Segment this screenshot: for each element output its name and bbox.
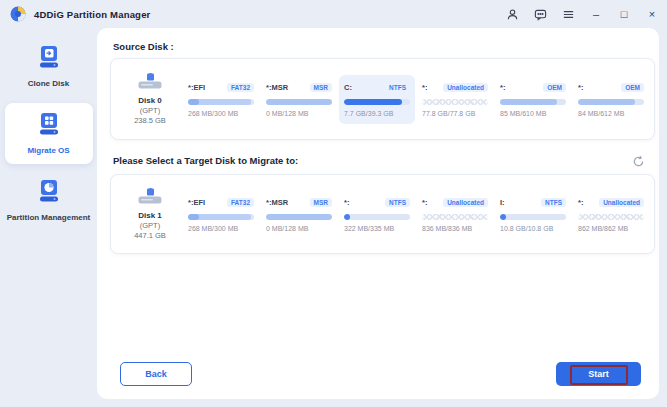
- partition-name: *:MSR: [266, 198, 288, 207]
- sidebar-item-clone-disk[interactable]: Clone Disk: [5, 36, 93, 97]
- refresh-icon[interactable]: [632, 154, 645, 167]
- disk-size: 447.1 GB: [134, 231, 166, 240]
- usage-bar: [500, 214, 566, 220]
- titlebar: 4DDiG Partition Manager – □ ×: [0, 0, 667, 28]
- filesystem-badge: NTFS: [385, 198, 410, 207]
- partition-name: C:: [344, 83, 352, 92]
- main-panel: Source Disk : Disk 0(GPT)238.5 GB*:EFIFA…: [97, 28, 659, 399]
- sidebar-item-label: Migrate OS: [27, 146, 69, 157]
- disk-scheme: (GPT): [140, 221, 160, 230]
- usage-bar: [266, 99, 332, 105]
- partition-name: *:: [578, 198, 583, 207]
- menu-icon[interactable]: [561, 7, 575, 21]
- source-partition-[interactable]: *:OEM84 MB/612 MB: [573, 75, 649, 124]
- source-disk-info: Disk 0(GPT)238.5 GB: [117, 73, 183, 125]
- filesystem-badge: FAT32: [227, 198, 254, 207]
- filesystem-badge: NTFS: [541, 198, 566, 207]
- filesystem-badge: Unallocated: [599, 198, 644, 207]
- usage-bar: [344, 214, 410, 220]
- filesystem-badge: MSR: [310, 198, 332, 207]
- partition-name: *:: [422, 83, 427, 92]
- partition-size: 10.8 GB/10.8 GB: [500, 225, 566, 232]
- partition-size: 77.8 GB/77.8 GB: [422, 110, 488, 117]
- partition-size: 84 MB/612 MB: [578, 110, 644, 117]
- partition-name: *:EFI: [188, 198, 205, 207]
- target-disk-header: Please Select a Target Disk to Migrate t…: [113, 155, 298, 166]
- partition-name: *:: [422, 198, 427, 207]
- feedback-icon[interactable]: [533, 7, 547, 21]
- source-disk-card: Disk 0(GPT)238.5 GB*:EFIFAT32268 MB/300 …: [110, 58, 655, 140]
- target-partitions: *:EFIFAT32268 MB/300 MB*:MSRMSR0 MB/128 …: [183, 175, 654, 253]
- partition-size: 836 MB/836 MB: [422, 225, 488, 232]
- source-partitions: *:EFIFAT32268 MB/300 MB*:MSRMSR0 MB/128 …: [183, 59, 654, 139]
- usage-bar: [578, 214, 644, 220]
- usage-bar: [344, 99, 410, 105]
- filesystem-badge: NTFS: [385, 83, 410, 92]
- source-partition-C[interactable]: C:NTFS7.7 GB/39.3 GB: [339, 75, 415, 124]
- disk-icon: [138, 73, 162, 94]
- partition-size: 0 MB/128 MB: [266, 225, 332, 232]
- sidebar-item-label: Partition Management: [7, 213, 91, 224]
- app-logo-icon: [10, 6, 26, 22]
- migrate-os-icon: [36, 111, 62, 141]
- usage-bar: [422, 99, 488, 105]
- partition-name: *:MSR: [266, 83, 288, 92]
- minimize-button[interactable]: –: [589, 7, 603, 21]
- source-disk-header: Source Disk :: [113, 41, 174, 52]
- source-partition-[interactable]: *:Unallocated77.8 GB/77.8 GB: [417, 75, 493, 124]
- sidebar-item-partition-management[interactable]: Partition Management: [5, 170, 93, 231]
- disk-icon: [138, 188, 162, 209]
- partition-name: *:: [500, 83, 505, 92]
- app-title: 4DDiG Partition Manager: [34, 9, 151, 20]
- filesystem-badge: MSR: [310, 83, 332, 92]
- sidebar-item-migrate-os[interactable]: Migrate OS: [5, 103, 93, 164]
- partition-size: 268 MB/300 MB: [188, 110, 254, 117]
- filesystem-badge: Unallocated: [443, 83, 488, 92]
- disk-scheme: (GPT): [140, 106, 160, 115]
- target-disk-info: Disk 1(GPT)447.1 GB: [117, 188, 183, 240]
- filesystem-badge: FAT32: [227, 83, 254, 92]
- app-window: 4DDiG Partition Manager – □ ×: [0, 0, 667, 407]
- source-partition-[interactable]: *:OEM: [651, 78, 654, 120]
- usage-bar: [266, 214, 332, 220]
- disk-name: Disk 1: [138, 211, 162, 220]
- partition-name: *:EFI: [188, 83, 205, 92]
- clone-disk-icon: [36, 44, 62, 74]
- partition-size: 7.7 GB/39.3 GB: [344, 110, 410, 117]
- close-button[interactable]: ×: [645, 7, 659, 21]
- target-partition-MSR[interactable]: *:MSRMSR0 MB/128 MB: [261, 190, 337, 239]
- target-disk-card: Disk 1(GPT)447.1 GB*:EFIFAT32268 MB/300 …: [110, 174, 655, 254]
- titlebar-controls: – □ ×: [505, 0, 659, 28]
- disk-size: 238.5 GB: [134, 116, 166, 125]
- account-icon[interactable]: [505, 7, 519, 21]
- partition-size: 268 MB/300 MB: [188, 225, 254, 232]
- maximize-button[interactable]: □: [617, 7, 631, 21]
- usage-bar: [422, 214, 488, 220]
- sidebar: Clone DiskMigrate OSPartition Management: [0, 28, 97, 407]
- partition-size: 85 MB/610 MB: [500, 110, 566, 117]
- target-partition-[interactable]: *:Unallocated862 MB/862 MB: [573, 190, 649, 239]
- partition-size: 0 MB/128 MB: [266, 110, 332, 117]
- filesystem-badge: OEM: [621, 83, 644, 92]
- disk-name: Disk 0: [138, 96, 162, 105]
- usage-bar: [578, 99, 644, 105]
- sidebar-item-label: Clone Disk: [28, 79, 69, 90]
- target-partition-[interactable]: *:Unallocated836 MB/836 MB: [417, 190, 493, 239]
- usage-bar: [500, 99, 566, 105]
- target-partition-EFI[interactable]: *:EFIFAT32268 MB/300 MB: [183, 190, 259, 239]
- target-partition-I[interactable]: I:NTFS10.8 GB/10.8 GB: [495, 190, 571, 239]
- source-partition-MSR[interactable]: *:MSRMSR0 MB/128 MB: [261, 75, 337, 124]
- usage-bar: [188, 99, 254, 105]
- partition-name: *:: [344, 198, 349, 207]
- target-partition-[interactable]: *:NTFS322 MB/335 MB: [339, 190, 415, 239]
- filesystem-badge: Unallocated: [443, 198, 488, 207]
- partition-size: 322 MB/335 MB: [344, 225, 410, 232]
- start-button[interactable]: Start: [556, 362, 641, 386]
- source-partition-[interactable]: *:OEM85 MB/610 MB: [495, 75, 571, 124]
- usage-bar: [188, 214, 254, 220]
- source-partition-EFI[interactable]: *:EFIFAT32268 MB/300 MB: [183, 75, 259, 124]
- partition-name: I:: [500, 198, 505, 207]
- partition-management-icon: [36, 178, 62, 208]
- partition-name: *:: [578, 83, 583, 92]
- back-button[interactable]: Back: [120, 362, 192, 386]
